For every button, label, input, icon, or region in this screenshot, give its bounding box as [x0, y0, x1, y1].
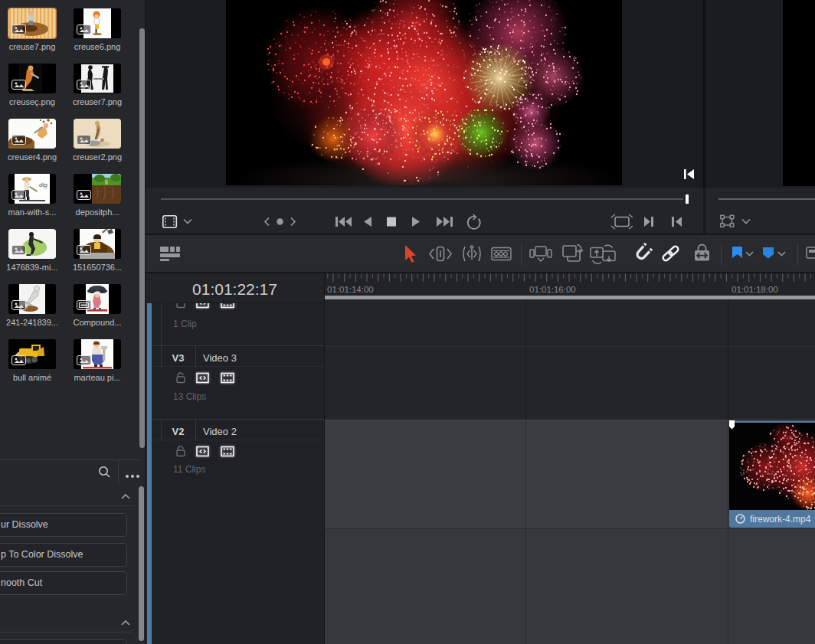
svg-text:dig: dig: [39, 181, 47, 188]
